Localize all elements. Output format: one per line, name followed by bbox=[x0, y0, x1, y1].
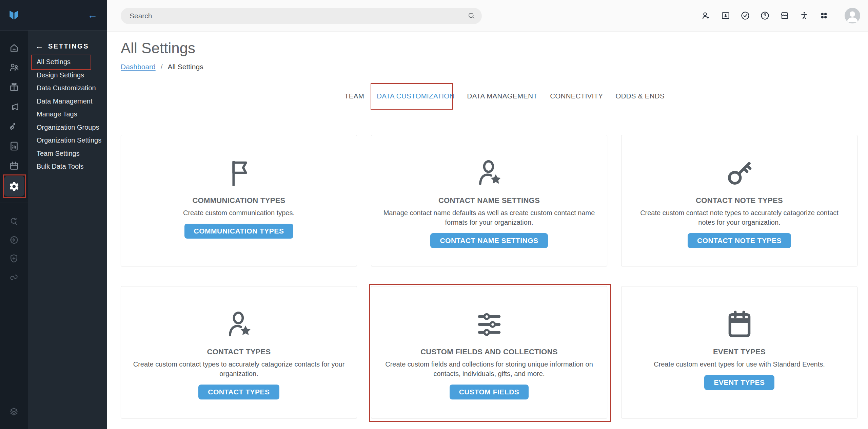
user-avatar[interactable] bbox=[845, 8, 860, 23]
communication-types-card: COMMUNICATION TYPES Create custom commun… bbox=[121, 135, 357, 266]
sidebar-rail-events[interactable] bbox=[0, 160, 28, 172]
sidebar-rail-layers[interactable] bbox=[0, 405, 28, 417]
sidebar-rail-settings[interactable] bbox=[0, 180, 28, 192]
sidebar-rail-security[interactable] bbox=[0, 253, 28, 265]
card-description: Create custom contact note types to accu… bbox=[633, 208, 846, 227]
custom-fields-card: CUSTOM FIELDS AND COLLECTIONS Create cus… bbox=[371, 286, 607, 418]
apps-grid-icon bbox=[819, 11, 829, 21]
page-title: All Settings bbox=[121, 40, 195, 57]
settings-card-grid: COMMUNICATION TYPES Create custom commun… bbox=[121, 135, 857, 418]
breadcrumb-current: All Settings bbox=[168, 63, 203, 71]
search-icon bbox=[467, 12, 476, 20]
sidebar-item-organization-settings[interactable]: Organization Settings bbox=[37, 136, 101, 144]
tab-odds-and-ends[interactable]: ODDS & ENDS bbox=[615, 92, 665, 100]
sidebar-item-all-settings[interactable]: All Settings bbox=[37, 58, 101, 66]
sidebar-rail-home[interactable] bbox=[0, 41, 28, 54]
tab-connectivity[interactable]: CONNECTIVITY bbox=[550, 92, 603, 100]
card-description: Create custom contact types to accuratel… bbox=[132, 359, 346, 378]
main-content: All Settings Dashboard / All Settings TE… bbox=[107, 32, 868, 429]
contact-types-card: CONTACT TYPES Create custom contact type… bbox=[121, 286, 357, 418]
card-title: CONTACT NOTE TYPES bbox=[696, 195, 783, 206]
card-description: Create custom fields and collections for… bbox=[382, 359, 596, 378]
breadcrumb-dashboard-link[interactable]: Dashboard bbox=[121, 63, 156, 71]
contact-note-types-button[interactable]: CONTACT NOTE TYPES bbox=[688, 233, 791, 248]
contact-card-button[interactable] bbox=[721, 11, 731, 21]
accessibility-button[interactable] bbox=[799, 11, 809, 21]
communication-types-button[interactable]: COMMUNICATION TYPES bbox=[184, 224, 294, 239]
sidebar-header: ← bbox=[0, 0, 107, 31]
accessibility-icon bbox=[799, 11, 809, 21]
sidebar-rail-discover[interactable] bbox=[0, 215, 28, 227]
tasks-check-icon bbox=[740, 11, 750, 21]
settings-sidebar-panel: ← SETTINGS All Settings Design Settings … bbox=[28, 0, 107, 429]
sidebar-item-manage-tags[interactable]: Manage Tags bbox=[37, 110, 101, 118]
home-icon bbox=[8, 42, 20, 53]
event-types-button[interactable]: EVENT TYPES bbox=[704, 375, 774, 390]
card-description: Create custom communication types. bbox=[183, 208, 295, 218]
tab-team[interactable]: TEAM bbox=[344, 92, 364, 100]
help-icon bbox=[760, 11, 770, 21]
header-icon-row bbox=[701, 11, 829, 21]
sidebar-item-data-management[interactable]: Data Management bbox=[37, 97, 101, 105]
settings-panel-title: SETTINGS bbox=[48, 42, 89, 50]
card-title: EVENT TYPES bbox=[713, 347, 766, 357]
sidebar-rail-communications[interactable] bbox=[0, 100, 28, 113]
apps-button[interactable] bbox=[819, 11, 829, 21]
sidebar-item-data-customization[interactable]: Data Customization bbox=[37, 84, 101, 92]
sidebar-item-team-settings[interactable]: Team Settings bbox=[37, 150, 101, 157]
contact-name-settings-button[interactable]: CONTACT NAME SETTINGS bbox=[430, 233, 548, 248]
add-contact-icon bbox=[701, 11, 711, 21]
shield-plus-icon bbox=[8, 253, 19, 264]
tasks-button[interactable] bbox=[740, 11, 750, 21]
top-header bbox=[107, 0, 868, 32]
settings-gear-icon bbox=[8, 181, 20, 192]
card-title: CONTACT NAME SETTINGS bbox=[438, 195, 540, 206]
search-refresh-icon bbox=[8, 216, 19, 227]
store-button[interactable] bbox=[780, 11, 790, 21]
breadcrumb-separator: / bbox=[161, 63, 163, 71]
sliders-icon bbox=[472, 307, 506, 341]
person-star-icon bbox=[222, 307, 256, 341]
calendar-event-icon bbox=[723, 307, 756, 341]
sidebar-rail bbox=[0, 0, 28, 429]
tab-data-customization[interactable]: DATA CUSTOMIZATION bbox=[377, 92, 454, 100]
card-title: CUSTOM FIELDS AND COLLECTIONS bbox=[420, 347, 558, 357]
breadcrumb: Dashboard / All Settings bbox=[121, 63, 203, 71]
storefront-icon bbox=[780, 11, 790, 21]
contact-types-button[interactable]: CONTACT TYPES bbox=[198, 385, 279, 399]
sidebar-rail-import[interactable] bbox=[0, 234, 28, 246]
sidebar-rail-contacts[interactable] bbox=[0, 61, 28, 73]
avatar-person-icon bbox=[845, 8, 860, 23]
sidebar-item-organization-groups[interactable]: Organization Groups bbox=[37, 124, 101, 131]
contacts-icon bbox=[8, 62, 20, 73]
layers-icon bbox=[8, 406, 19, 417]
calendar-icon bbox=[8, 160, 20, 171]
custom-fields-button[interactable]: CUSTOM FIELDS bbox=[450, 385, 529, 399]
help-button[interactable] bbox=[760, 11, 770, 21]
sidebar-rail-integrations[interactable] bbox=[0, 271, 28, 283]
settings-menu: All Settings Design Settings Data Custom… bbox=[37, 58, 101, 170]
tab-data-management[interactable]: DATA MANAGEMENT bbox=[467, 92, 538, 100]
card-title: CONTACT TYPES bbox=[207, 347, 271, 357]
sidebar-rail-journeys[interactable] bbox=[0, 120, 28, 132]
key-icon bbox=[723, 156, 756, 190]
contact-card-icon bbox=[721, 11, 731, 21]
contact-name-settings-card: CONTACT NAME SETTINGS Manage contact nam… bbox=[371, 135, 607, 266]
sidebar-item-bulk-data-tools[interactable]: Bulk Data Tools bbox=[37, 163, 101, 170]
collapse-sidebar-icon[interactable]: ← bbox=[87, 10, 98, 20]
contact-note-types-card: CONTACT NOTE TYPES Create custom contact… bbox=[621, 135, 857, 266]
add-contact-button[interactable] bbox=[701, 11, 711, 21]
sidebar-rail-gifts[interactable] bbox=[0, 81, 28, 93]
search-input[interactable] bbox=[121, 8, 482, 24]
flag-icon bbox=[222, 156, 256, 190]
app-logo[interactable] bbox=[7, 9, 20, 22]
megaphone-icon bbox=[8, 101, 20, 112]
journey-icon bbox=[8, 121, 20, 132]
settings-tabs: TEAM DATA CUSTOMIZATION DATA MANAGEMENT … bbox=[344, 92, 665, 100]
arrow-left-icon[interactable]: ← bbox=[35, 42, 43, 50]
settings-panel-header[interactable]: ← SETTINGS bbox=[35, 42, 89, 50]
card-description: Create custom event types for use with S… bbox=[654, 359, 825, 369]
card-description: Manage contact name defaults as well as … bbox=[382, 208, 596, 227]
sidebar-item-design-settings[interactable]: Design Settings bbox=[37, 71, 101, 79]
sidebar-rail-reports[interactable] bbox=[0, 140, 28, 152]
